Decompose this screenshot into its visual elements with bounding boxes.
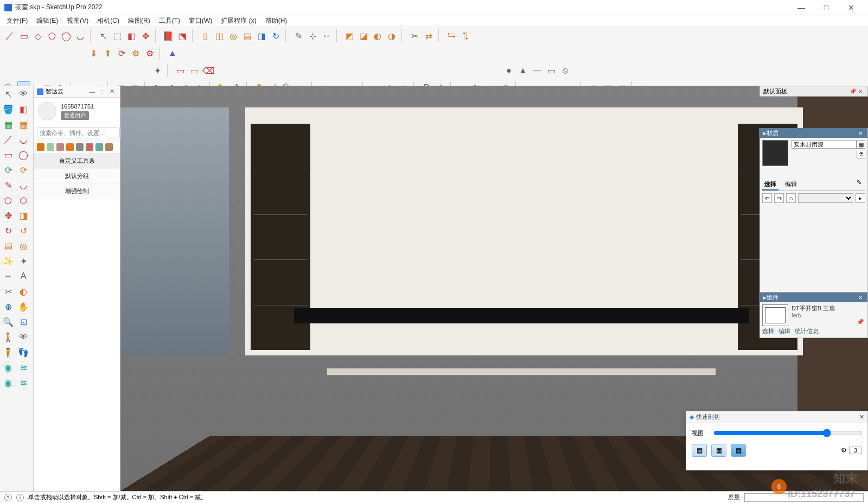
left-zext[interactable]: ⊡ <box>16 315 30 329</box>
left-line[interactable]: ／ <box>1 132 15 147</box>
lookaround-tool[interactable]: ◐ <box>371 29 384 42</box>
plugin-panel-header[interactable]: 智达云 — ≡ ✕ <box>34 86 120 98</box>
left-erase[interactable]: ◧ <box>16 102 30 116</box>
menu-draw[interactable]: 绘图(R) <box>124 15 155 27</box>
materials-back-button[interactable]: ⇐ <box>762 193 772 203</box>
left-axis[interactable]: ✦ <box>16 254 30 268</box>
left-circ[interactable]: ◯ <box>16 148 30 162</box>
close-button[interactable]: ✕ <box>839 0 864 15</box>
circle-tool[interactable]: ◯ <box>60 29 73 42</box>
box-red[interactable]: ▭ <box>174 64 187 77</box>
left-txt[interactable]: A <box>16 269 30 283</box>
left-scale[interactable]: ◨ <box>16 208 30 222</box>
quick-section-close-icon[interactable]: ✕ <box>859 413 864 421</box>
component-tool[interactable]: ⬚ <box>111 29 124 42</box>
materials-library-select[interactable] <box>798 193 853 203</box>
menu-file[interactable]: 文件(F) <box>2 15 32 27</box>
materials-edit-icon[interactable]: ✎ <box>857 179 865 188</box>
pushpull-tool[interactable]: ◫ <box>213 29 226 42</box>
style-line[interactable]: — <box>531 64 544 77</box>
rectangle-tool[interactable]: ▭ <box>17 29 30 42</box>
followme-tool[interactable]: ▤ <box>241 29 254 42</box>
section-btn-2[interactable]: ▦ <box>711 444 726 457</box>
left-poly2[interactable]: ⬡ <box>16 193 30 207</box>
left-sec[interactable]: ✂ <box>1 284 15 298</box>
left-rot3[interactable]: ↻ <box>1 224 15 238</box>
menu-window[interactable]: 窗口(W) <box>184 15 216 27</box>
left-ens1[interactable]: ◉ <box>1 360 15 374</box>
edge-img[interactable]: ✂ <box>408 29 421 42</box>
materials-home-button[interactable]: ⌂ <box>786 193 796 203</box>
reload-tool[interactable]: ⟳ <box>115 47 128 60</box>
materials-tab-select[interactable]: 选择 <box>762 179 778 190</box>
left-walk[interactable]: 🚶 <box>1 330 15 344</box>
plugin-search-input[interactable] <box>37 128 117 138</box>
plugin-menu-icon[interactable]: ≡ <box>97 88 107 95</box>
plugin-quick-5[interactable] <box>76 143 84 151</box>
paint-tool[interactable]: ▯ <box>199 29 212 42</box>
left-rot4[interactable]: ↺ <box>16 224 30 238</box>
minimize-button[interactable]: — <box>789 0 814 15</box>
box-del[interactable]: ⌫ <box>202 64 215 77</box>
left-look[interactable]: 👁 <box>16 330 30 344</box>
protractor-tool[interactable]: ⬔ <box>176 29 189 42</box>
plugin-list-item-2[interactable]: 默认分组 <box>34 169 120 184</box>
left-ens2[interactable]: ≋ <box>16 360 30 374</box>
menu-edit[interactable]: 编辑(E) <box>32 15 62 27</box>
section-tool[interactable]: ◩ <box>343 29 356 42</box>
settings-tool[interactable]: ⚙ <box>129 47 142 60</box>
left-push[interactable]: ▤ <box>1 239 15 253</box>
style-rect[interactable]: ▭ <box>545 64 558 77</box>
menu-view[interactable]: 视图(V) <box>62 15 93 27</box>
import-tool[interactable]: ⬇ <box>87 47 100 60</box>
components-panel-header[interactable]: ▸ 组件 ✕ <box>760 292 867 302</box>
left-move[interactable]: ✥ <box>1 208 15 222</box>
left-pan[interactable]: ✋ <box>16 300 30 314</box>
left-pos[interactable]: 🧍 <box>1 345 15 359</box>
select-tool[interactable]: ↖ <box>97 29 110 42</box>
flip-tool[interactable]: ⮀ <box>445 29 458 42</box>
material-swatch[interactable] <box>762 140 788 166</box>
plugin-user[interactable]: 1655871751 普通用户 <box>34 98 120 125</box>
position-tool[interactable]: ◑ <box>385 29 398 42</box>
left-rot[interactable]: ⟳ <box>1 163 15 177</box>
quick-section-slider[interactable] <box>713 429 862 437</box>
left-eye[interactable]: 👁 <box>16 87 30 101</box>
dimension-tool[interactable]: ↔ <box>320 29 333 42</box>
rotated-rect-tool[interactable]: ◇ <box>31 29 44 42</box>
rotate-tool[interactable]: ↻ <box>269 29 282 42</box>
component-thumbnail[interactable] <box>762 304 788 326</box>
measurement-input[interactable] <box>744 493 864 502</box>
left-prot[interactable]: ◐ <box>16 284 30 298</box>
component-pin-icon[interactable]: 📌 <box>857 319 865 327</box>
plugin-close-icon[interactable]: ✕ <box>107 88 117 95</box>
plugin-list-item-1[interactable]: 自定义工具条 <box>34 154 120 169</box>
components-close-icon[interactable]: ✕ <box>857 295 864 301</box>
tray-title[interactable]: 默认面板 📌 ✕ <box>760 86 868 97</box>
left-mag[interactable]: ✨ <box>1 254 15 268</box>
axis-tool[interactable]: ⊹ <box>306 29 319 42</box>
offset-tool[interactable]: ◎ <box>227 29 240 42</box>
left-poly[interactable]: ⬠ <box>1 193 15 207</box>
left-free2[interactable]: ◡ <box>16 178 30 192</box>
left-paint[interactable]: 🪣 <box>1 102 15 116</box>
edge-split[interactable]: ⇄ <box>422 29 435 42</box>
plugin-quick-1[interactable] <box>37 143 44 151</box>
plugin-quick-3[interactable] <box>56 143 64 151</box>
materials-detail-button[interactable]: ▸ <box>856 193 865 203</box>
left-pos2[interactable]: 👣 <box>16 345 30 359</box>
material-name-input[interactable] <box>792 140 857 149</box>
quick-section-header[interactable]: ◆ 快速剖切 ✕ <box>686 411 867 423</box>
section-btn-3[interactable]: ▦ <box>731 444 746 457</box>
left-dim[interactable]: ↔ <box>1 269 15 283</box>
left-ens3[interactable]: ◉ <box>1 375 15 390</box>
left-shape2[interactable]: ▦ <box>16 117 30 131</box>
section-btn-1[interactable]: ▦ <box>692 444 707 457</box>
plugin-quick-8[interactable] <box>105 143 113 151</box>
box-orange[interactable]: ▭ <box>188 64 201 77</box>
menu-extensions[interactable]: 扩展程序 (x) <box>216 15 260 27</box>
materials-fwd-button[interactable]: ⇒ <box>774 193 784 203</box>
arc-tool[interactable]: ◡ <box>74 29 87 42</box>
left-cursor[interactable]: ↖ <box>1 87 15 101</box>
plugin-list-item-3[interactable]: 增强绘制 <box>34 184 120 199</box>
